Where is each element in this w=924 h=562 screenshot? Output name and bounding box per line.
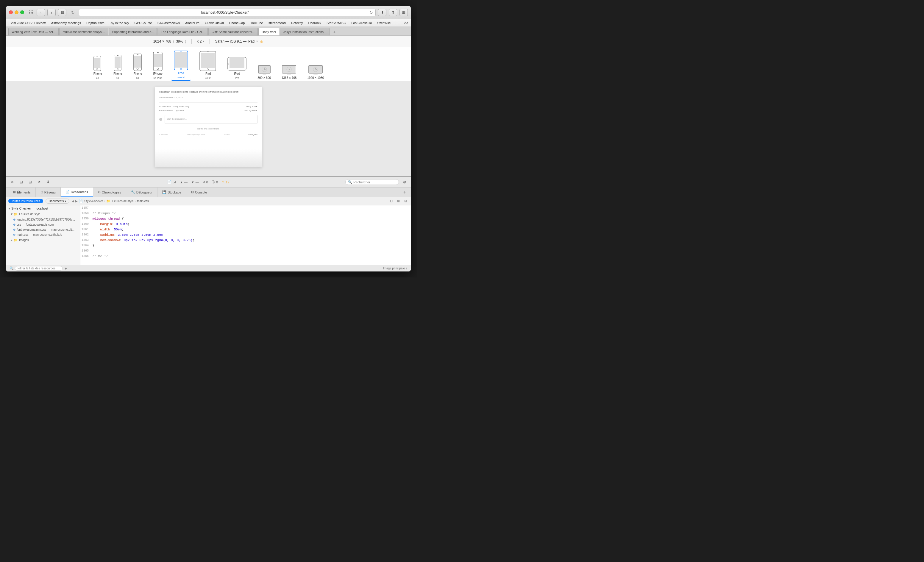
bookmarks-more-button[interactable]: >> [404,21,408,25]
1366x768-label: 1366 × 768 [282,76,297,79]
refresh-button[interactable]: ↻ [369,10,373,15]
devtools-split-button[interactable]: ⊞ [27,179,33,186]
tab-2[interactable]: Supporting interaction and c... [109,28,157,35]
bookmark-detexify[interactable]: Detexify [289,21,305,25]
tab-4[interactable]: Cliff: Some cautions concerni... [208,28,258,35]
tab-chronologies[interactable]: ⊙ Chronologies [93,187,126,197]
device-info[interactable]: Safari — iOS 9.1 — iPad ▾ ⚠ [215,39,264,44]
tab-6[interactable]: Jekyll Installation Instructions... [280,28,330,35]
add-disqus-label[interactable]: Add Disqus to your site [187,133,205,136]
search-input[interactable] [353,180,395,184]
separator2: | [209,39,210,44]
device-1920x1080[interactable]: 1920 × 1080 [305,64,326,81]
expand-label[interactable]: ▶ [65,267,67,270]
minimize-button[interactable] [15,10,18,14]
sort-label[interactable]: Sort by Best ▸ [244,109,258,112]
breadcrumb-back-icon[interactable]: ◀ [72,199,74,203]
sidebar-images-header[interactable]: ▶ 📁 Images [6,237,80,243]
tab-debogueur[interactable]: 🔧 Débogueur [126,187,158,197]
code-editor[interactable]: 1357 1358 /* Disqus */ 1359 #disqus_thre… [80,205,411,265]
bookmark-ouvrir[interactable]: Ouvrir Ulaval [202,21,226,25]
tab-overview-button[interactable]: ▦ [58,9,66,16]
maximize-button[interactable] [20,10,24,14]
tab-elements[interactable]: ⊞ Éléments [8,187,36,197]
tab-1[interactable]: multi-class sentiment analysi... [59,28,108,35]
bookmark-phoronix[interactable]: Phoronix [306,21,324,25]
sidebar-loading-css[interactable]: ⊘ loading.8023a7350e47171f7bb79707886c..… [6,217,80,222]
filter-documents-button[interactable]: Documents ▾ [45,199,69,204]
device-iphone4s[interactable]: iPhone 4s [90,55,105,81]
filter-input[interactable] [15,266,63,271]
recommend-label[interactable]: ♥ Recommend [159,109,173,112]
sidebar-maincss[interactable]: ⊘ main.css — macrocosme.github.io [6,232,80,237]
bookmark-stereo[interactable]: stereomood [266,21,288,25]
bookmark-gpu[interactable]: GPUCourse [132,21,154,25]
device-ipadpro-sublabel: Pro [235,76,239,79]
devtools-download-button[interactable]: ⬇ [45,179,51,186]
bookmark-youtube[interactable]: YouTube [248,21,265,25]
bookmark-aladin[interactable]: AladinLite [183,21,202,25]
bookmark-los[interactable]: Los Culosculo [349,21,374,25]
bookmark-phonegap[interactable]: PhoneGap [227,21,248,25]
tab-0[interactable]: Working With Text Data — sci... [8,28,58,35]
tabs-grid-icon[interactable]: ▦ [399,9,408,16]
bookmark-py[interactable]: .py in the sky [108,21,131,25]
bookmark-sao[interactable]: SAOastroNews [155,21,182,25]
forward-button[interactable]: › [47,9,56,16]
tab-ressources[interactable]: 📄 Ressources [61,187,93,197]
device-iphone5[interactable]: iPhone 5s [111,54,124,81]
bookmark-starstuff[interactable]: StarStuffABC [324,21,348,25]
bookmark-drijf[interactable]: Drijfthoutsite [84,21,107,25]
full-icon[interactable]: ⊠ [402,198,408,204]
bookmark-astronomy[interactable]: Astronomy Meetings [49,21,83,25]
tab-console[interactable]: ⊡ Console [186,187,212,197]
scale-multiplier[interactable]: x 2 ▾ [197,39,204,43]
filter-all-button[interactable]: Toutes les ressources [8,199,43,203]
privacy-label[interactable]: Privacy [224,133,230,136]
url-bar[interactable]: localhost:4000/Style-Checker/ ↻ [79,9,376,16]
device-ipadmini4[interactable]: iPad mini 4 [171,49,191,81]
share-label[interactable]: ⊞ Share [176,109,184,112]
comment-input[interactable]: Start the discussion... [165,115,258,124]
page-preview: It can't hurt to get some extra feedback… [6,81,411,176]
close-button[interactable] [9,10,13,14]
files-icon: 📄 [167,180,171,184]
tab-stockage[interactable]: 💾 Stockage [158,187,186,197]
split-v-icon[interactable]: ⊞ [395,198,401,204]
device-iphone5-label: iPhone [113,72,122,75]
svg-point-14 [157,68,159,70]
svg-rect-5 [115,57,120,68]
sidebar-fontawesome-css[interactable]: ⊘ font-awesome.min.css — macrocosme.git.… [6,227,80,232]
device-iphone6[interactable]: iPhone 6s [130,52,144,81]
user-link[interactable]: Dany Vohl ▸ [246,105,258,108]
split-h-icon[interactable]: ⊟ [388,198,394,204]
inspect-element-icon[interactable]: ⊕ [401,179,408,186]
back-button[interactable]: ‹ [37,9,45,16]
devtools-close-button[interactable]: ✕ [9,179,15,186]
device-800x600[interactable]: 800 × 600 [255,64,273,81]
bookmark-visguidecss3[interactable]: VisGuide CSS3 Flexbox [8,21,48,25]
line-num-1358: 1358 [80,211,92,216]
device-ipadair2[interactable]: iPad Air 2 [197,50,219,81]
code-text-1363: box-shadow: 0px 1px 0px 0px rgba(0, 0, 0… [92,238,194,243]
download-icon[interactable]: ⬇ [378,9,386,16]
device-iphone6plus[interactable]: iPhone 6s Plus [150,51,165,81]
bookmark-swin[interactable]: SwinWiki [375,21,393,25]
device-ipadpro[interactable]: iPad Pro [225,55,249,81]
tab-5[interactable]: Dany Vohl [258,28,279,35]
sidebar-root-header[interactable]: ▶ Style-Checker — localhost [6,205,80,211]
reload-icon[interactable]: ↻ [69,9,77,16]
apps-icon[interactable] [28,9,34,16]
breadcrumb-forward-icon[interactable]: ▶ [75,199,78,203]
add-tab-button[interactable]: + [401,190,408,195]
tab-reseau[interactable]: ⊟ Réseau [36,187,61,197]
sidebar-feuilles-header[interactable]: ▶ 📁 Feuilles de style [6,211,80,217]
devtools-detach-button[interactable]: ⊟ [18,179,24,186]
new-tab-button[interactable]: + [331,29,338,35]
devtools-refresh-button[interactable]: ↺ [36,179,42,186]
device-1366x768[interactable]: 1366 × 768 [279,64,299,81]
sidebar-googlefonts-css[interactable]: ⊘ css — fonts.googleapis.com [6,222,80,227]
tab-3[interactable]: The Language Data File - GN... [158,28,208,35]
share-icon[interactable]: ⬆ [389,9,397,16]
devtools-search[interactable]: 🔍 [345,179,399,185]
